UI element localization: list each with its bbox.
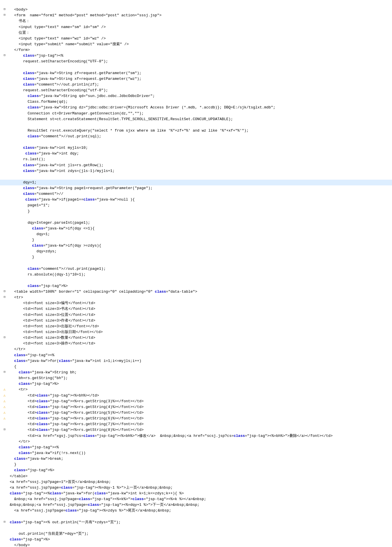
line-content-34: class="java-kw">if(page1==class="java-kw… bbox=[9, 197, 391, 203]
code-line-52: <td><font size=3>编号</font></td> bbox=[0, 300, 392, 306]
code-line-16: class="java-kw">String qd="sun.jdbc.odbc… bbox=[0, 93, 392, 99]
code-line-15: request.setCharacterEncoding("utf-8"); bbox=[0, 88, 392, 93]
line-content-81: class="jsp-tag">%> bbox=[9, 467, 391, 473]
collapse-icon[interactable]: ⊟ bbox=[4, 370, 6, 374]
line-gutter-64: ⊟ bbox=[1, 370, 9, 374]
collapse-icon[interactable]: ⊟ bbox=[4, 13, 6, 17]
collapse-icon[interactable]: ⊟ bbox=[4, 427, 6, 432]
collapse-icon[interactable]: ⊟ bbox=[4, 7, 6, 12]
code-line-40: dqy=1; bbox=[0, 231, 392, 237]
code-line-28: class="java-kw">int jls=rs.getRow(); bbox=[0, 162, 392, 168]
warning-icon: ⚠ bbox=[3, 410, 6, 416]
code-line-36: } bbox=[0, 209, 392, 214]
code-line-58: ⊟ <td><font size=3>数量</font></td> bbox=[0, 335, 392, 341]
code-line-47: rs.absolute((dqy-1)*10+1); bbox=[0, 272, 392, 278]
collapse-icon[interactable]: ⊟ bbox=[4, 289, 6, 294]
line-content-78: class="java-kw">if(!rs.next()) bbox=[9, 450, 391, 456]
line-content-93: class="jsp-tag">%> bbox=[9, 537, 391, 542]
warning-icon: ⚠ bbox=[3, 393, 6, 399]
line-content-15: request.setCharacterEncoding("utf-8"); bbox=[9, 88, 391, 93]
line-content-40: dqy=1; bbox=[9, 231, 391, 237]
code-line-61: class="jsp-tag"><% bbox=[0, 352, 392, 358]
code-line-7: <input type="submit" name="submit" value… bbox=[0, 41, 392, 47]
line-content-73: <td>class="jsp-tag"><%=rs.getString(7)%>… bbox=[9, 421, 391, 427]
line-gutter-9: ⊟ bbox=[1, 53, 9, 58]
line-content-9: class="jsp-tag"><% bbox=[9, 53, 391, 59]
collapse-icon[interactable]: ⊟ bbox=[4, 53, 6, 58]
line-content-51: <tr> bbox=[9, 295, 391, 300]
code-line-51: ⊟ <tr> bbox=[0, 295, 392, 300]
collapse-icon[interactable]: ⊟ bbox=[4, 335, 6, 340]
collapse-icon[interactable]: ⊟ bbox=[4, 520, 6, 524]
code-line-91 bbox=[0, 525, 392, 531]
code-line-5: 位置： bbox=[0, 30, 392, 36]
code-line-69: ⚠ <td>class="jsp-tag"><%=rs.getString(3)… bbox=[0, 399, 392, 404]
code-line-41: } bbox=[0, 237, 392, 243]
line-content-17: Class.forName(qd); bbox=[9, 99, 391, 105]
line-content-39: class="java-kw">if(dqy <=1){ bbox=[9, 226, 391, 231]
code-line-21 bbox=[0, 122, 392, 128]
code-line-38: dqy=Integer.parseInt(page1); bbox=[0, 220, 392, 226]
code-line-23: class="comment">//out.print(sql); bbox=[0, 134, 392, 139]
line-gutter-58: ⊟ bbox=[1, 335, 9, 340]
code-line-44: } bbox=[0, 254, 392, 260]
code-line-66: class="jsp-tag">%> bbox=[0, 381, 392, 387]
code-line-6: <input type="text" name="wz" id="wz" /> bbox=[0, 36, 392, 41]
warning-icon: ⚠ bbox=[3, 387, 6, 393]
line-content-72: <td>class="jsp-tag"><%=rs.getString(6)%>… bbox=[9, 416, 391, 421]
line-gutter-90: ⊟ bbox=[1, 520, 9, 524]
line-content-56: <td><font size=3>出版社</font></td> bbox=[9, 324, 391, 329]
line-content-76: </tr> bbox=[9, 439, 391, 445]
code-line-77: class="jsp-tag"><% bbox=[0, 445, 392, 450]
code-line-80: } bbox=[0, 462, 392, 467]
line-content-69: <td>class="jsp-tag"><%=rs.getString(3)%>… bbox=[9, 399, 391, 404]
code-line-33: class="comment">// bbox=[0, 191, 392, 197]
code-line-17: Class.forName(qd); bbox=[0, 99, 392, 105]
collapse-icon[interactable]: ⊟ bbox=[4, 295, 6, 300]
code-line-22: ResultSet rs=st.executeQuery("select * f… bbox=[0, 128, 392, 134]
line-content-90: class="jsp-tag"><% out.println("一共有"+zdy… bbox=[9, 520, 391, 525]
code-line-81: class="jsp-tag">%> bbox=[0, 467, 392, 473]
line-content-75: <td><a href="xgsj.jsp?cs=class="jsp-tag"… bbox=[9, 433, 391, 439]
code-line-29: class="java-kw">int zdys=(jls-1)/myjls+1… bbox=[0, 168, 392, 174]
code-line-72: ⚠ <td>class="jsp-tag"><%=rs.getString(6)… bbox=[0, 416, 392, 421]
code-line-92: out.println("当前是第"+dqy+"页"); bbox=[0, 531, 392, 537]
line-content-1: <body> bbox=[9, 7, 391, 13]
line-content-60: </tr> bbox=[9, 346, 391, 352]
line-content-33: class="comment">// bbox=[9, 191, 391, 197]
code-line-74: ⊟ <td>class="jsp-tag"><%=rs.getString(8)… bbox=[0, 427, 392, 433]
line-content-59: <td><font size=3>操作</font></td> bbox=[9, 341, 391, 346]
code-line-65: bh=rs.getString("bh"); bbox=[0, 375, 392, 381]
line-content-13: class="java-kw">String xf=request.getPar… bbox=[9, 76, 391, 82]
code-line-62: class="java-kw">for(class="java-kw">int … bbox=[0, 358, 392, 364]
code-line-68: ⚠ <td>class="jsp-tag"><%=bh%></td> bbox=[0, 393, 392, 399]
code-line-45 bbox=[0, 260, 392, 266]
line-content-71: <td>class="jsp-tag"><%=rs.getString(5)%>… bbox=[9, 410, 391, 416]
code-line-27: rs.last(); bbox=[0, 156, 392, 162]
line-content-43: dqy=zdys; bbox=[9, 249, 391, 254]
line-content-6: <input type="text" name="wz" id="wz" /> bbox=[9, 36, 391, 41]
line-content-22: ResultSet rs=st.executeQuery("select * f… bbox=[9, 128, 391, 134]
code-line-49: class="jsp-tag">%> bbox=[0, 283, 392, 289]
code-line-11 bbox=[0, 65, 392, 70]
code-line-75: <td><a href="xgsj.jsp?cs=class="jsp-tag"… bbox=[0, 433, 392, 439]
code-line-20: Statement st=ct.createStatement(ResultSe… bbox=[0, 116, 392, 122]
line-content-16: class="java-kw">String qd="sun.jdbc.odbc… bbox=[9, 93, 391, 99]
line-gutter-72: ⚠ bbox=[1, 416, 9, 421]
line-content-12: class="java-kw">String zf=request.getPar… bbox=[9, 70, 391, 76]
line-content-35: page1="1"; bbox=[9, 203, 391, 208]
line-content-53: <td><font size=3>书名</font></td> bbox=[9, 306, 391, 312]
line-content-42: class="java-kw">if(dqy >=zdys){ bbox=[9, 243, 391, 249]
code-line-53: <td><font size=3>书名</font></td> bbox=[0, 306, 392, 312]
code-line-55: <td><font size=3>作者</font></td> bbox=[0, 318, 392, 324]
line-content-85: class="jsp-tag"><%class="java-kw">for(cl… bbox=[9, 491, 391, 496]
code-container: ⊟ <body>⊟ <form name="form1" method="pos… bbox=[0, 0, 392, 547]
code-line-56: <td><font size=3>出版社</font></td> bbox=[0, 324, 392, 329]
line-content-92: out.println("当前是第"+dqy+"页"); bbox=[9, 531, 391, 537]
line-content-79: class="java-kw">break; bbox=[9, 456, 391, 462]
code-line-10: request.setCharacterEncoding("UTF-8"); bbox=[0, 59, 392, 64]
line-gutter-70: ⚠ bbox=[1, 404, 9, 410]
code-line-37 bbox=[0, 214, 392, 220]
code-line-79: class="java-kw">break; bbox=[0, 456, 392, 462]
code-line-88: <a href="sssj.jsp?page=class="jsp-tag"><… bbox=[0, 508, 392, 514]
